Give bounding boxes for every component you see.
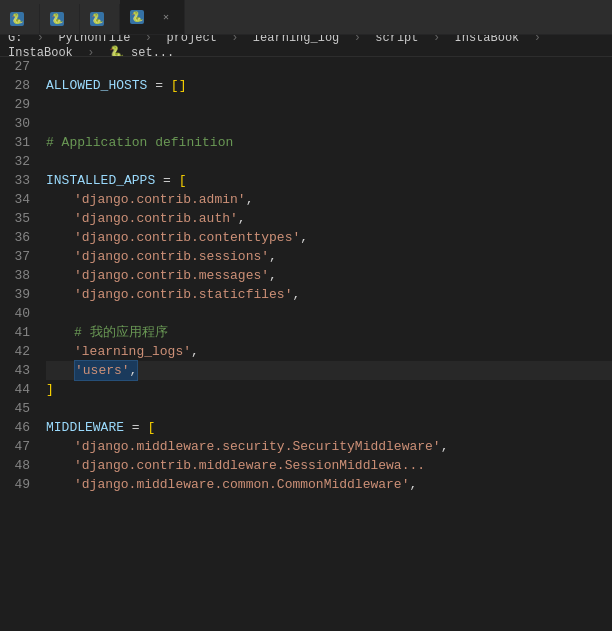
code-line: # 我的应用程序 <box>46 323 612 342</box>
tab-settings[interactable]: 🐍 ✕ <box>120 0 185 34</box>
code-area[interactable]: ALLOWED_HOSTS = []# Application definiti… <box>42 57 612 631</box>
code-line: 'users', <box>46 361 612 380</box>
run-button[interactable] <box>596 0 612 34</box>
breadcrumb: G: › Pythonfile › project › learning_log… <box>0 35 612 57</box>
line-number: 31 <box>0 133 30 152</box>
code-line <box>46 114 612 133</box>
line-number: 41 <box>0 323 30 342</box>
line-number: 48 <box>0 456 30 475</box>
code-line: 'django.middleware.security.SecurityMidd… <box>46 437 612 456</box>
code-line <box>46 95 612 114</box>
code-line: 'django.contrib.contenttypes', <box>46 228 612 247</box>
line-number: 43 <box>0 361 30 380</box>
line-number: 29 <box>0 95 30 114</box>
code-line <box>46 152 612 171</box>
highlight-box: 'users', <box>74 360 138 381</box>
code-line <box>46 57 612 76</box>
code-line: INSTALLED_APPS = [ <box>46 171 612 190</box>
code-line: 'django.contrib.messages', <box>46 266 612 285</box>
python-icon: 🐍 <box>90 12 104 26</box>
code-line: 'django.contrib.admin', <box>46 190 612 209</box>
line-number: 40 <box>0 304 30 323</box>
code-line: MIDDLEWARE = [ <box>46 418 612 437</box>
tab-forms[interactable]: 🐍 <box>0 4 40 34</box>
code-line: # Application definition <box>46 133 612 152</box>
line-number: 45 <box>0 399 30 418</box>
tab-bar: 🐍 🐍 🐍 🐍 ✕ <box>0 0 612 35</box>
python-icon: 🐍 <box>10 12 24 26</box>
code-line: 'django.contrib.auth', <box>46 209 612 228</box>
editor: 2728293031323334353637383940414243444546… <box>0 57 612 631</box>
code-line: 'django.contrib.sessions', <box>46 247 612 266</box>
line-number: 33 <box>0 171 30 190</box>
line-number: 28 <box>0 76 30 95</box>
line-number: 30 <box>0 114 30 133</box>
python-icon: 🐍 <box>130 10 144 24</box>
line-number: 36 <box>0 228 30 247</box>
line-number: 38 <box>0 266 30 285</box>
code-line: ALLOWED_HOSTS = [] <box>46 76 612 95</box>
code-line: 'django.contrib.staticfiles', <box>46 285 612 304</box>
code-line: 'learning_logs', <box>46 342 612 361</box>
line-number: 47 <box>0 437 30 456</box>
code-line: 'django.contrib.middleware.SessionMiddle… <box>46 456 612 475</box>
line-number: 42 <box>0 342 30 361</box>
tab-admin[interactable]: 🐍 <box>40 4 80 34</box>
breadcrumb-text: G: › Pythonfile › project › learning_log… <box>8 35 604 57</box>
line-number: 49 <box>0 475 30 494</box>
tab-close-button[interactable]: ✕ <box>158 9 174 25</box>
line-number: 27 <box>0 57 30 76</box>
python-icon: 🐍 <box>50 12 64 26</box>
line-numbers: 2728293031323334353637383940414243444546… <box>0 57 42 631</box>
line-number: 37 <box>0 247 30 266</box>
code-line <box>46 399 612 418</box>
code-line: ] <box>46 380 612 399</box>
code-line: 'django.middleware.common.CommonMiddlewa… <box>46 475 612 494</box>
line-number: 44 <box>0 380 30 399</box>
line-number: 46 <box>0 418 30 437</box>
code-line <box>46 304 612 323</box>
line-number: 34 <box>0 190 30 209</box>
line-number: 39 <box>0 285 30 304</box>
line-number: 35 <box>0 209 30 228</box>
tab-views[interactable]: 🐍 <box>80 4 120 34</box>
line-number: 32 <box>0 152 30 171</box>
